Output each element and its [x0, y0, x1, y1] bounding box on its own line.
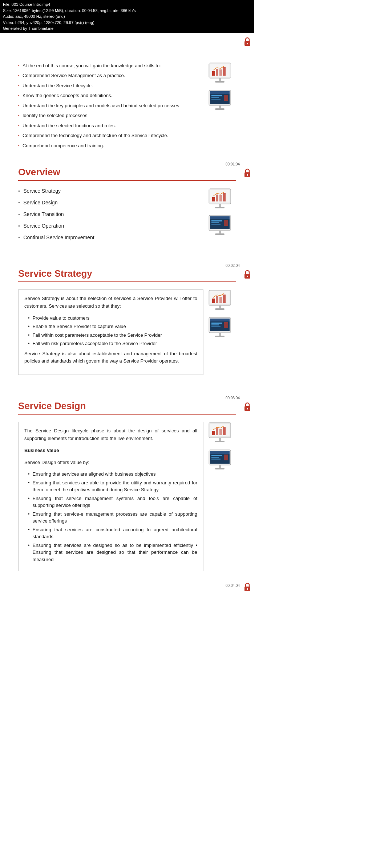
svg-rect-1: [247, 43, 248, 44]
monitor-icon-8: [207, 449, 236, 473]
svg-rect-17: [224, 95, 228, 101]
svg-rect-65: [223, 427, 226, 435]
svg-rect-24: [212, 197, 215, 201]
design-business-value-label: Business Value: [24, 447, 197, 455]
svg-rect-75: [219, 465, 221, 468]
svg-rect-14: [211, 95, 222, 96]
strategy-dot-list: Provide value to customers Enable the Se…: [24, 315, 197, 347]
file-info-line2: Size: 13618064 bytes (12.99 MiB), durati…: [3, 8, 251, 14]
monitor-icon-6: [207, 317, 236, 340]
bullet-4: Understand the key principles and models…: [18, 102, 203, 109]
svg-rect-43: [212, 299, 215, 303]
svg-rect-70: [210, 451, 230, 454]
design-bullet-6: Ensuring that services are designed so a…: [28, 542, 197, 563]
overview-two-col: Service Strategy Service Design Service …: [18, 188, 236, 246]
overview-item-3: Service Transition: [18, 211, 200, 217]
svg-rect-35: [211, 224, 221, 225]
svg-rect-57: [215, 336, 225, 337]
strategy-inner-box: Service Strategy is about the selection …: [18, 289, 203, 375]
top-lock-icon: [243, 37, 251, 48]
strategy-bullet-3: Fall within cost parameters acceptable t…: [28, 332, 197, 339]
file-info-line4: Video: h264, yuv420p, 1280x720, 29.97 fp…: [3, 20, 251, 26]
svg-rect-9: [219, 78, 221, 81]
bullet-lead: At the end of this course, you will gain…: [18, 62, 203, 69]
monitor-icon-3: [207, 188, 236, 212]
bullet-7: Comprehend the technology and architectu…: [18, 132, 203, 139]
file-info-line5: Generated by Thumbnail.me: [3, 25, 251, 32]
strategy-content: Service Strategy Service Strategy is abo…: [0, 261, 254, 386]
svg-rect-29: [215, 207, 225, 208]
bullet-2: Understand the Service Lifecycle.: [18, 82, 203, 89]
design-two-col: The Service Design lifecycle phase is ab…: [18, 422, 236, 575]
file-info-line1: File: 001 Course Intro.mp4: [3, 1, 251, 8]
strategy-bullet-4: Fall with risk parameters acceptable to …: [28, 340, 197, 347]
svg-rect-55: [224, 322, 228, 328]
svg-rect-73: [211, 459, 221, 460]
design-bullet-3: Ensuring that service management systems…: [28, 495, 197, 509]
svg-rect-48: [215, 308, 225, 310]
svg-rect-62: [212, 431, 215, 435]
monitor-icon-7: [207, 422, 236, 445]
bullet-5: Identify the selected processes.: [18, 112, 203, 119]
design-img-col: [207, 422, 236, 473]
bottom-area: 00:04:04: [0, 582, 254, 593]
svg-rect-67: [215, 441, 225, 442]
bullet-1: Comprehend Service Management as a pract…: [18, 72, 203, 79]
page-wrapper: File: 001 Course Intro.mp4 Size: 1361806…: [0, 0, 254, 593]
svg-rect-16: [211, 99, 221, 100]
svg-rect-18: [219, 105, 221, 108]
svg-rect-36: [224, 220, 228, 226]
svg-rect-7: [219, 69, 222, 76]
design-text-col: The Service Design lifecycle phase is ab…: [18, 422, 203, 575]
svg-rect-53: [211, 324, 219, 325]
svg-rect-32: [210, 216, 230, 219]
design-bullet-4: Ensuring that service-e management proce…: [28, 511, 197, 525]
svg-rect-44: [216, 296, 218, 303]
svg-rect-10: [215, 81, 225, 83]
monitor-icon-2: [207, 89, 236, 113]
strategy-body1: Service Strategy is about the selection …: [24, 295, 197, 310]
overview-item-2: Service Design: [18, 200, 200, 205]
overview-list-col: Service Strategy Service Design Service …: [18, 188, 200, 246]
strategy-two-col: Service Strategy is about the selection …: [18, 289, 236, 379]
overview-title: Overview: [18, 167, 60, 177]
svg-rect-33: [211, 220, 222, 221]
strategy-bullet-2: Enable the Service Provider to capture v…: [28, 323, 197, 330]
svg-rect-19: [215, 108, 225, 110]
svg-rect-13: [210, 91, 230, 94]
intro-img-col: [207, 62, 236, 113]
design-bullet-1: Ensuring that services are aligned with …: [28, 471, 197, 478]
design-header: Service Design: [18, 400, 236, 415]
intro-section: At the end of this course, you will gain…: [0, 55, 254, 160]
overview-item-5: Continual Service Improvement: [18, 235, 200, 240]
svg-rect-27: [223, 193, 226, 201]
svg-rect-26: [219, 195, 222, 201]
svg-rect-46: [223, 295, 226, 303]
file-info-line3: Audio: aac, 48000 Hz, stereo (und): [3, 13, 251, 20]
svg-rect-52: [211, 323, 222, 324]
strategy-body2: Service Strategy is also about establish…: [24, 350, 197, 365]
svg-rect-47: [219, 305, 221, 308]
svg-rect-25: [216, 195, 218, 201]
design-content: Service Design The Service Design lifecy…: [0, 393, 254, 582]
monitor-icon-5: [207, 289, 236, 313]
svg-rect-5: [212, 71, 215, 76]
overview-header: Overview: [18, 167, 236, 181]
monitor-icon-4: [207, 215, 236, 238]
svg-rect-15: [211, 97, 219, 98]
strategy-img-col: [207, 289, 236, 340]
svg-rect-6: [216, 69, 218, 76]
overview-section: 00:01:04 Overview Service Strategy Servi…: [0, 159, 254, 253]
overview-item-4: Service Operation: [18, 223, 200, 229]
service-strategy-section: 00:02:04 Service Strategy Service Strate…: [0, 261, 254, 386]
svg-rect-8: [223, 67, 226, 76]
monitor-icon-1: [207, 62, 236, 86]
svg-rect-38: [215, 233, 225, 235]
design-inner-box: The Service Design lifecycle phase is ab…: [18, 422, 203, 571]
svg-rect-71: [211, 455, 222, 456]
bullet-6: Understand the selected functions and ro…: [18, 122, 203, 129]
bottom-lock-icon: [243, 582, 251, 593]
bullet-3: Know the generic concepts and definition…: [18, 92, 203, 99]
svg-rect-78: [247, 588, 248, 590]
design-dot-list: Ensuring that services are aligned with …: [24, 471, 197, 563]
